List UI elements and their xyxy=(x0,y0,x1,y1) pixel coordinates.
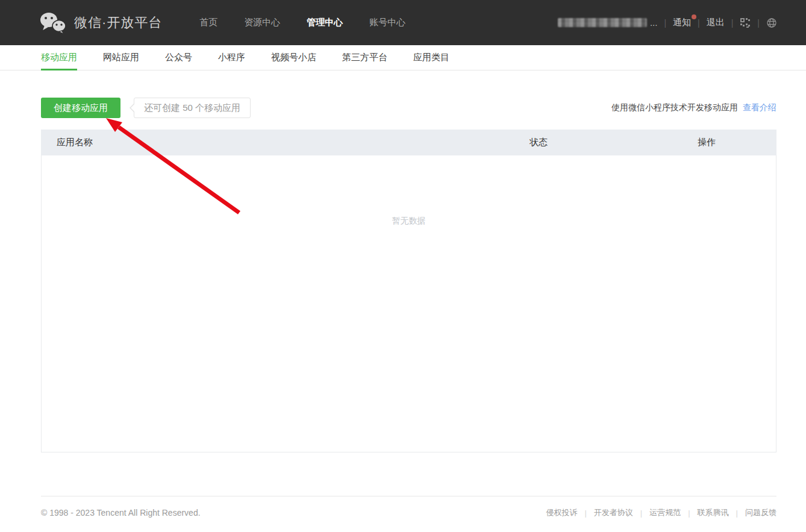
column-action: 操作 xyxy=(698,137,776,148)
column-status: 状态 xyxy=(530,137,698,148)
view-intro-link[interactable]: 查看介绍 xyxy=(743,102,776,112)
tab-channels-shop[interactable]: 视频号小店 xyxy=(271,45,316,70)
column-app-name: 应用名称 xyxy=(41,137,530,148)
create-mobile-app-button[interactable]: 创建移动应用 xyxy=(41,98,120,118)
wechat-logo-icon xyxy=(39,11,67,34)
separator: | xyxy=(664,18,666,28)
logout-link[interactable]: 退出 xyxy=(707,17,725,28)
header-right: ... | 通知 | 退出 | xyxy=(558,17,777,28)
notifications-label: 通知 xyxy=(673,17,691,27)
separator: | xyxy=(731,18,734,28)
quota-tooltip: 还可创建 50 个移动应用 xyxy=(134,98,251,118)
footer-link-feedback[interactable]: 问题反馈 xyxy=(745,507,776,518)
notifications-link[interactable]: 通知 xyxy=(673,17,691,28)
main-content: 创建移动应用 还可创建 50 个移动应用 使用微信小程序技术开发移动应用 查看介… xyxy=(41,98,776,518)
separator: | xyxy=(698,18,700,28)
main-nav: 首页 资源中心 管理中心 账号中心 xyxy=(199,17,405,28)
logo-title: 微信·开放平台 xyxy=(74,14,162,32)
copyright-text: © 1998 - 2023 Tencent All Right Reserved… xyxy=(41,508,201,518)
nav-item-account-center[interactable]: 账号中心 xyxy=(369,17,405,28)
tab-third-party-platform[interactable]: 第三方平台 xyxy=(342,45,387,70)
tab-app-category[interactable]: 应用类目 xyxy=(413,45,449,70)
top-header: 微信·开放平台 首页 资源中心 管理中心 账号中心 ... | 通知 | 退出 … xyxy=(0,0,806,45)
hint-text: 使用微信小程序技术开发移动应用 xyxy=(611,102,738,112)
footer-link-operation-rules[interactable]: 运营规范 xyxy=(649,507,681,518)
account-name-ellipsis: ... xyxy=(650,17,658,28)
app-table: 应用名称 状态 操作 暂无数据 xyxy=(41,130,776,452)
nav-item-home[interactable]: 首页 xyxy=(199,17,217,28)
tab-website-app[interactable]: 网站应用 xyxy=(103,45,139,70)
footer-link-developer-agreement[interactable]: 开发者协议 xyxy=(594,507,633,518)
qr-code-icon[interactable] xyxy=(740,17,751,28)
table-header-row: 应用名称 状态 操作 xyxy=(41,130,776,155)
nav-item-resource-center[interactable]: 资源中心 xyxy=(244,17,280,28)
page-footer: © 1998 - 2023 Tencent All Right Reserved… xyxy=(41,496,776,518)
separator: | xyxy=(584,509,586,518)
nav-item-management-center[interactable]: 管理中心 xyxy=(307,17,343,28)
tab-official-account[interactable]: 公众号 xyxy=(165,45,192,70)
app-type-tabbar: 移动应用 网站应用 公众号 小程序 视频号小店 第三方平台 应用类目 xyxy=(0,45,806,70)
footer-links: 侵权投诉 | 开发者协议 | 运营规范 | 联系腾讯 | 问题反馈 xyxy=(546,507,776,518)
separator: | xyxy=(757,18,760,28)
table-body: 暂无数据 xyxy=(41,155,776,452)
separator: | xyxy=(688,509,690,518)
miniprogram-hint: 使用微信小程序技术开发移动应用 查看介绍 xyxy=(611,102,776,113)
account-name-blurred[interactable] xyxy=(558,18,647,27)
separator: | xyxy=(736,509,738,518)
footer-link-contact-tencent[interactable]: 联系腾讯 xyxy=(698,507,729,518)
separator: | xyxy=(640,509,642,518)
toolbar: 创建移动应用 还可创建 50 个移动应用 使用微信小程序技术开发移动应用 查看介… xyxy=(41,98,776,118)
footer-link-infringement[interactable]: 侵权投诉 xyxy=(546,507,577,518)
language-globe-icon[interactable] xyxy=(766,17,777,28)
tab-mini-program[interactable]: 小程序 xyxy=(218,45,245,70)
tab-mobile-app[interactable]: 移动应用 xyxy=(41,45,77,70)
logo[interactable]: 微信·开放平台 xyxy=(39,11,162,34)
wechat-open-platform-page: 微信·开放平台 首页 资源中心 管理中心 账号中心 ... | 通知 | 退出 … xyxy=(0,0,806,532)
empty-state-text: 暂无数据 xyxy=(42,155,776,227)
notification-dot xyxy=(692,14,696,19)
